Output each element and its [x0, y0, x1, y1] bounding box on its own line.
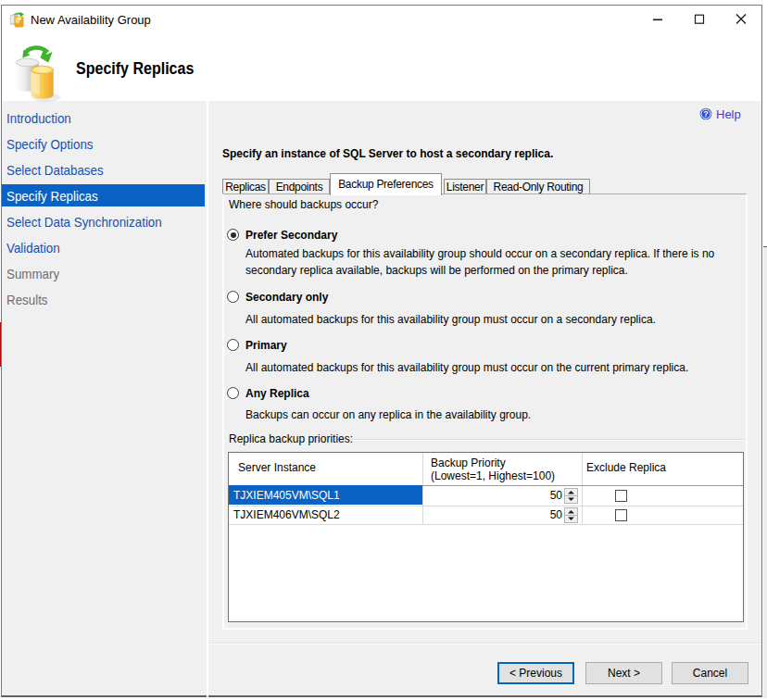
svg-text:?: ? — [703, 109, 709, 119]
